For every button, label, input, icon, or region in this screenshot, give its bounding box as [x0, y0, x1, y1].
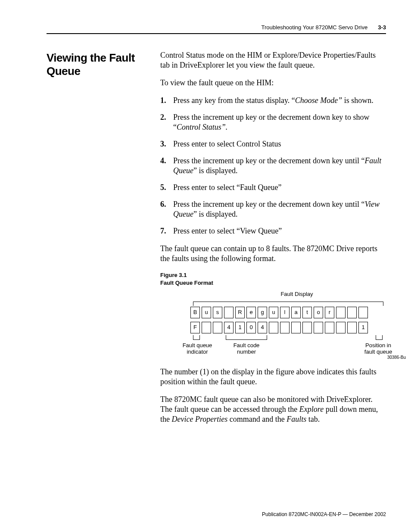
lcd-cell: g [258, 307, 267, 318]
step-item: Press enter to select Control Status [160, 139, 386, 149]
lcd-cell: u [269, 307, 278, 318]
step-item: Press the increment up key or the decrem… [160, 199, 386, 219]
brace-top [193, 299, 383, 304]
step-item: Press the increment up key or the decrem… [160, 112, 386, 132]
step-text: ” is displayed. [193, 210, 237, 218]
step-text: ” is displayed. [193, 166, 237, 175]
steps-list: Press any key from the status display. “… [160, 96, 386, 236]
lcd-cell [269, 322, 278, 333]
lcd-cell: B [190, 307, 200, 318]
lcd-cell: R [235, 307, 245, 318]
after-steps-paragraph: The fault queue can contain up to 8 faul… [160, 244, 386, 264]
lcd-cell [302, 322, 312, 333]
figure-number: Figure 3.1 [160, 271, 386, 279]
step-text: Press the increment up key or the decrem… [173, 200, 364, 208]
lcd-cell [213, 322, 222, 333]
lcd-cell: 1 [235, 322, 245, 333]
lcd-cell: 1 [358, 322, 368, 333]
page: Troubleshooting Your 8720MC Servo Drive … [0, 0, 411, 532]
lcd-cell [347, 322, 357, 333]
label-text: Fault code [234, 342, 260, 348]
step-item: Press the increment up key or the decrem… [160, 156, 386, 176]
lcd-cell: r [325, 307, 334, 318]
lcd-display: BusRegulator F41041 [190, 307, 386, 333]
lcd-cell: s [213, 307, 222, 318]
lead-paragraph: To view the fault queue on the HIM: [160, 78, 386, 88]
figure-label: Fault queueindicator [176, 342, 219, 355]
under-labels: Fault queueindicator Fault codenumber Po… [190, 342, 386, 357]
lcd-cell: a [291, 307, 301, 318]
figure: Fault Display BusRegulator F41041 Fault … [160, 291, 386, 357]
bracket [226, 335, 267, 340]
step-text: Press enter to select Control Status [173, 140, 281, 148]
lcd-cell: F [190, 322, 200, 333]
lcd-cell: e [246, 307, 256, 318]
section-title: Viewing the Fault Queue [47, 51, 146, 78]
step-text: Press enter to select “Fault Queue” [173, 183, 281, 192]
lcd-row: BusRegulator [190, 307, 386, 318]
content: Viewing the Fault Queue Control Status m… [47, 50, 386, 432]
figure-id: 30386-Bu [387, 355, 406, 360]
footer-publication: Publication 8720MC-IN002A-EN-P — Decembe… [262, 511, 386, 517]
label-text: fault queue [364, 348, 392, 355]
lcd-cell [347, 307, 357, 318]
step-text: is shown. [342, 96, 374, 105]
lcd-cell: t [302, 307, 312, 318]
step-em: Choose Mode” [295, 96, 342, 105]
after-figure-paragraph: The number (1) on the display in the fig… [160, 367, 386, 387]
left-column: Viewing the Fault Queue [47, 50, 146, 432]
lcd-cell [325, 322, 334, 333]
figure-caption: Figure 3.1 Fault Queue Format [160, 271, 386, 286]
header-title: Troubleshooting Your 8720MC Servo Drive [262, 24, 368, 31]
lcd-cell [280, 322, 290, 333]
after-figure-paragraph-2: The 8720MC fault queue can also be monit… [160, 395, 386, 424]
lcd-cell [224, 307, 234, 318]
lcd-cell: 4 [258, 322, 267, 333]
lcd-cell [336, 322, 346, 333]
lcd-cell [336, 307, 346, 318]
label-text: Fault queue [183, 342, 212, 348]
label-text: indicator [187, 348, 208, 355]
figure-label: Fault codenumber [225, 342, 268, 355]
page-number: 3-3 [378, 24, 386, 31]
step-em: Control Status”. [177, 123, 227, 131]
lcd-cell: 4 [224, 322, 234, 333]
lcd-cell [291, 322, 301, 333]
step-text: Press enter to select “View Queue” [173, 227, 282, 235]
step-item: Press enter to select “View Queue” [160, 226, 386, 236]
bracket [376, 335, 383, 340]
lcd-cell: 0 [246, 322, 256, 333]
text: tab. [306, 415, 320, 423]
step-item: Press enter to select “Fault Queue” [160, 183, 386, 193]
figure-title: Fault Queue Format [160, 279, 386, 287]
lcd-cell: u [202, 307, 211, 318]
lcd-cell [314, 322, 323, 333]
running-header: Troubleshooting Your 8720MC Servo Drive … [47, 24, 386, 34]
step-text: Press any key from the status display. “ [173, 96, 295, 105]
lcd-cell [202, 322, 211, 333]
em-text: Explore [299, 405, 324, 414]
em-text: Device Properties [172, 415, 228, 423]
step-item: Press any key from the status display. “… [160, 96, 386, 106]
under-brackets [190, 335, 386, 341]
right-column: Control Status mode on the HIM or Explor… [160, 50, 386, 432]
figure-top-label: Fault Display [208, 291, 386, 297]
lcd-cell: l [280, 307, 290, 318]
em-text: Faults [286, 415, 306, 423]
intro-paragraph: Control Status mode on the HIM or Explor… [160, 50, 386, 70]
step-text: Press the increment up key or the decrem… [173, 156, 364, 165]
figure-label: Position infault queue [357, 342, 400, 355]
text: command and the [227, 415, 286, 423]
label-text: number [237, 348, 256, 355]
bracket [193, 335, 200, 340]
lcd-cell: o [314, 307, 323, 318]
lcd-row: F41041 [190, 322, 386, 333]
lcd-cell [358, 307, 368, 318]
label-text: Position in [365, 342, 391, 348]
